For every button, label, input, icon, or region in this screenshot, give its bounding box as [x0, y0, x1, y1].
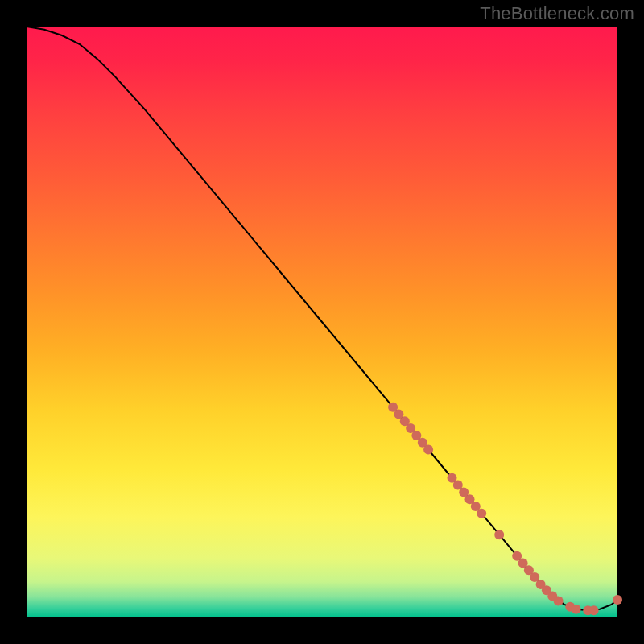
bottleneck-chart [0, 0, 644, 644]
chart-container: TheBottleneck.com [0, 0, 644, 644]
marker-dot [613, 595, 622, 605]
marker-dot [477, 509, 486, 518]
marker-dot [423, 445, 433, 455]
marker-dot [572, 605, 581, 614]
marker-dot [589, 605, 599, 615]
watermark-text: TheBottleneck.com [480, 3, 634, 24]
marker-dot [554, 596, 564, 605]
marker-dot [494, 530, 504, 539]
